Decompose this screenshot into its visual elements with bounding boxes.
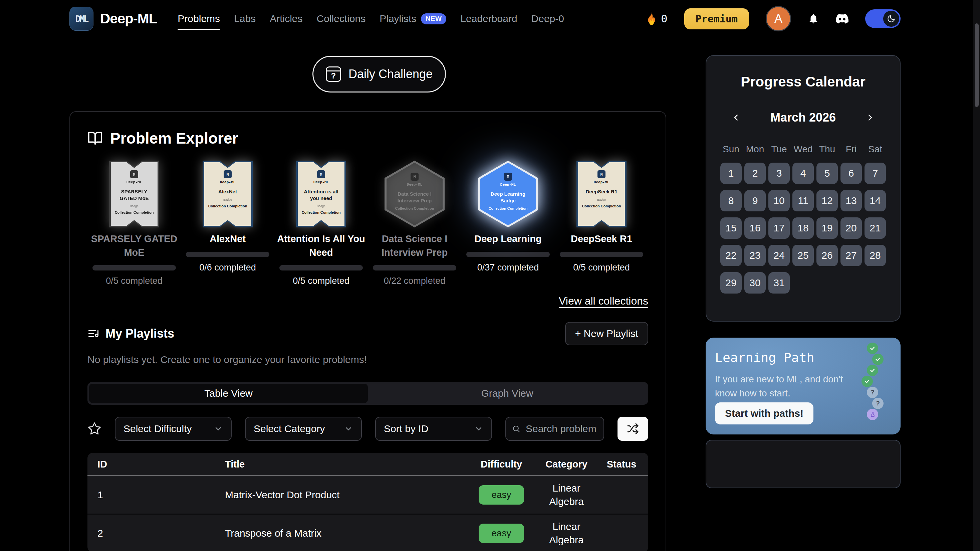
- calendar-date-5[interactable]: 5: [816, 162, 838, 184]
- calendar-date-18[interactable]: 18: [792, 217, 814, 239]
- calendar-date-3[interactable]: 3: [768, 162, 790, 184]
- calendar-date-28[interactable]: 28: [864, 245, 886, 266]
- notifications-button[interactable]: [808, 13, 819, 24]
- calendar-date-22[interactable]: 22: [720, 245, 742, 266]
- badge-footer: Collection Completion: [115, 210, 154, 214]
- learning-path-card[interactable]: Learning Path If you are new to ML, and …: [706, 338, 900, 435]
- row-title: Matrix-Vector Dot Product: [214, 489, 465, 500]
- calendar-date-1[interactable]: 1: [720, 162, 742, 184]
- collection-name: Deep Learning: [474, 232, 541, 246]
- table-row-1[interactable]: 1Matrix-Vector Dot ProducteasyLinear Alg…: [88, 476, 648, 514]
- calendar-date-21[interactable]: 21: [864, 217, 886, 239]
- calendar-date-30[interactable]: 30: [745, 272, 766, 293]
- calendar-date-27[interactable]: 27: [840, 245, 862, 266]
- hex-badge-shape: MDeep-MLDeep Learning BadgeCollection Co…: [478, 161, 538, 228]
- calendar-date-13[interactable]: 13: [840, 190, 862, 212]
- nav-item-labs[interactable]: Labs: [234, 13, 256, 24]
- page-scrollbar: [973, 0, 980, 551]
- my-playlists-title: My Playlists: [88, 326, 174, 341]
- discord-button[interactable]: [836, 12, 848, 25]
- next-month-button[interactable]: [863, 110, 877, 124]
- collection-card-data-science-i-interview-prep[interactable]: MDeep-MLData Science I Interview PrepCol…: [368, 159, 461, 286]
- calendar-date-6[interactable]: 6: [840, 162, 862, 184]
- calendar-date-29[interactable]: 29: [720, 272, 742, 293]
- calendar-nav: March 2026: [720, 110, 886, 124]
- collection-card-attention-is-all-you-need[interactable]: MDeep-MLAttention is all you needBadgeCo…: [274, 159, 368, 286]
- collection-card-deep-learning[interactable]: MDeep-MLDeep Learning BadgeCollection Co…: [461, 159, 555, 286]
- calendar-date-12[interactable]: 12: [816, 190, 838, 212]
- badge-title: Deep Learning Badge: [480, 191, 536, 204]
- calendar-grid: 1234567891011121314151617181920212223242…: [720, 162, 886, 293]
- row-id: 2: [88, 528, 214, 539]
- daily-challenge-button[interactable]: ? Daily Challenge: [312, 56, 446, 92]
- weekday-label: Thu: [816, 144, 838, 154]
- scrollbar-thumb[interactable]: [975, 23, 978, 107]
- collection-progress-label: 0/5 completed: [106, 276, 162, 286]
- ribbon-badge-shape: MDeep-MLAlexNetBadgeCollection Completio…: [203, 161, 253, 228]
- calendar-date-2[interactable]: 2: [745, 162, 766, 184]
- calendar-date-4[interactable]: 4: [792, 162, 814, 184]
- problem-explorer-panel: Problem Explorer MDeep-MLSPARSELY GATED …: [69, 111, 666, 551]
- calendar-date-20[interactable]: 20: [840, 217, 862, 239]
- collection-card-deepseek-r1[interactable]: MDeep-MLDeepSeek R1BadgeCollection Compl…: [555, 159, 648, 286]
- filters-row: Select Difficulty Select Category Sort b…: [88, 417, 648, 441]
- badge-sub: Badge: [223, 198, 232, 201]
- avatar[interactable]: A: [766, 6, 791, 31]
- view-all-collections-link[interactable]: View all collections: [88, 295, 648, 307]
- streak-counter[interactable]: 0: [646, 12, 667, 26]
- collection-card-sparsely-gated-moe[interactable]: MDeep-MLSPARSELY GATED MoEBadgeCollectio…: [88, 159, 181, 286]
- sort-select[interactable]: Sort by ID: [375, 417, 492, 441]
- calendar-date-7[interactable]: 7: [864, 162, 886, 184]
- badge-mini-logo-icon: M: [130, 170, 138, 178]
- category-select[interactable]: Select Category: [245, 417, 362, 441]
- favorites-filter-button[interactable]: [88, 422, 102, 436]
- calendar-date-19[interactable]: 19: [816, 217, 838, 239]
- calendar-date-15[interactable]: 15: [720, 217, 742, 239]
- calendar-date-9[interactable]: 9: [745, 190, 766, 212]
- chevron-down-icon: [344, 424, 353, 433]
- shuffle-icon: [627, 423, 639, 435]
- nav-item-articles[interactable]: Articles: [270, 13, 302, 24]
- new-playlist-button[interactable]: + New Playlist: [565, 322, 648, 345]
- calendar-date-16[interactable]: 16: [745, 217, 766, 239]
- daily-challenge-label: Daily Challenge: [348, 67, 433, 81]
- collections-row: MDeep-MLSPARSELY GATED MoEBadgeCollectio…: [88, 159, 648, 286]
- tab-graph-view[interactable]: Graph View: [368, 384, 646, 403]
- calendar-date-10[interactable]: 10: [768, 190, 790, 212]
- calendar-date-23[interactable]: 23: [745, 245, 766, 266]
- learning-path-description: If you are new to ML, and don't know how…: [715, 372, 862, 400]
- table-body: 1Matrix-Vector Dot ProducteasyLinear Alg…: [88, 476, 648, 551]
- calendar-date-14[interactable]: 14: [864, 190, 886, 212]
- search-input[interactable]: [525, 423, 598, 435]
- calendar-date-26[interactable]: 26: [816, 245, 838, 266]
- logo[interactable]: DML Deep-ML: [69, 7, 157, 31]
- nav-item-problems[interactable]: Problems: [178, 13, 220, 24]
- collection-card-alexnet[interactable]: MDeep-MLAlexNetBadgeCollection Completio…: [181, 159, 274, 286]
- calendar-date-24[interactable]: 24: [768, 245, 790, 266]
- difficulty-select[interactable]: Select Difficulty: [115, 417, 232, 441]
- nav-item-playlists[interactable]: Playlists NEW: [380, 13, 446, 24]
- flask-icon: [870, 411, 876, 418]
- collection-badge-image: MDeep-MLAttention is all you needBadgeCo…: [296, 159, 346, 229]
- learning-step-check: [867, 365, 878, 376]
- calendar-date-25[interactable]: 25: [792, 245, 814, 266]
- nav-item-deep-0[interactable]: Deep-0: [531, 13, 564, 24]
- calendar-date-8[interactable]: 8: [720, 190, 742, 212]
- explorer-header: Problem Explorer: [88, 129, 648, 147]
- start-with-paths-button[interactable]: Start with paths!: [715, 402, 813, 424]
- collection-name: SPARSELY GATED MoE: [88, 232, 181, 259]
- nav-item-leaderboard[interactable]: Leaderboard: [460, 13, 517, 24]
- nav-item-collections[interactable]: Collections: [317, 13, 366, 24]
- prev-month-button[interactable]: [729, 110, 743, 124]
- table-header-row: ID Title Difficulty Category Status: [88, 453, 648, 476]
- premium-button[interactable]: Premium: [684, 8, 749, 29]
- calendar-date-11[interactable]: 11: [792, 190, 814, 212]
- table-row-2[interactable]: 2Transpose of a MatrixeasyLinear Algebra: [88, 514, 648, 551]
- calendar-date-31[interactable]: 31: [768, 272, 790, 293]
- theme-toggle[interactable]: [865, 10, 900, 28]
- random-problem-button[interactable]: [617, 417, 648, 441]
- row-difficulty: easy: [465, 524, 538, 543]
- badge-title: AlexNet: [214, 188, 242, 195]
- calendar-date-17[interactable]: 17: [768, 217, 790, 239]
- tab-table-view[interactable]: Table View: [89, 384, 368, 403]
